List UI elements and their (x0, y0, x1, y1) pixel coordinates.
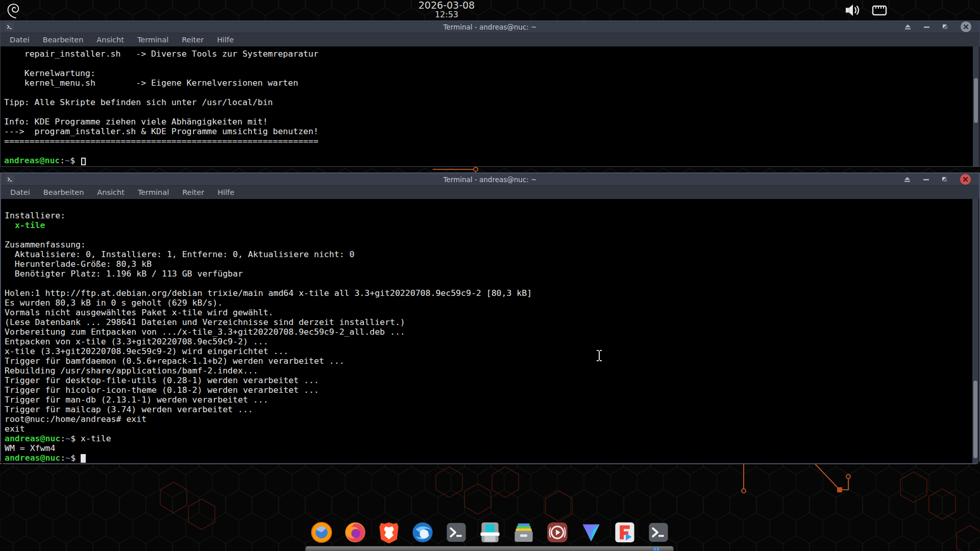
terminal-line: Trigger für desktop-file-utils (0.28-1) … (5, 375, 979, 385)
window-buttons (904, 173, 971, 185)
terminal-window-top: Terminal - andreas@nuc: ~ DateiBearbeite… (0, 20, 980, 167)
top-panel: 2026-03-08 12:53 (0, 0, 980, 20)
terminal-line: Entpacken von x-tile (3.3+git20220708.9e… (5, 337, 979, 346)
menubar: DateiBearbeitenAnsichtTerminalReiterHilf… (1, 185, 979, 199)
terminal-dock-icon[interactable] (647, 520, 671, 544)
terminal-line: Zusammenfassung: (5, 240, 979, 249)
terminal-line: WM = Xfwm4 (5, 443, 979, 453)
menu-item-bearbeiten[interactable]: Bearbeiten (36, 36, 90, 44)
terminal-line: (Lese Datenbank ... 298641 Dateien und V… (5, 317, 979, 327)
terminal-line: Kernelwartung: (4, 68, 979, 78)
window-title: Terminal - andreas@nuc: ~ (444, 176, 537, 184)
ibeam-cursor (595, 349, 603, 362)
terminal-line: x-tile (5, 220, 979, 230)
titlebar[interactable]: Terminal - andreas@nuc: ~ (1, 21, 979, 33)
shade-button[interactable] (904, 177, 911, 182)
terminal-line (4, 88, 979, 97)
window-title: Terminal - andreas@nuc: ~ (444, 23, 537, 31)
network-port-icon[interactable] (872, 4, 887, 16)
brave-dock-icon[interactable] (377, 520, 401, 544)
terminal-line: Tipp: Alle Skripte befinden sich unter /… (4, 97, 979, 107)
terminal-line: Holen:1 http://ftp.at.debian.org/debian … (5, 288, 979, 298)
clock-time: 12:53 (408, 11, 485, 19)
menu-item-ansicht[interactable]: Ansicht (90, 36, 131, 44)
panel-strip-indicator (654, 547, 660, 550)
terminal-line: ========================================… (4, 136, 979, 146)
menubar: DateiBearbeitenAnsichtTerminalReiterHilf… (1, 33, 979, 46)
terminal-line: Vormals nicht ausgewähltes Paket x-tile … (5, 308, 979, 317)
terminal-cursor (81, 158, 86, 165)
menu-item-reiter[interactable]: Reiter (175, 36, 210, 44)
panel-clock[interactable]: 2026-03-08 12:53 (408, 1, 485, 19)
terminal-line: Trigger für hicolor-icon-theme (0.18-2) … (5, 385, 979, 395)
menu-item-terminal[interactable]: Terminal (131, 36, 175, 44)
menu-item-datei[interactable]: Datei (4, 188, 37, 196)
scrollbar-thumb[interactable] (974, 78, 978, 123)
terminal-cursor (81, 454, 86, 463)
terminal-line: Trigger für bamfdaemon (0.5.6+repack-1.1… (5, 356, 979, 366)
terminal-line: Installiere: (5, 211, 979, 220)
terminal-line (5, 279, 979, 288)
terminal-output[interactable]: repair_installer.sh -> Diverse Tools zur… (1, 46, 979, 166)
terminal-line: andreas@nuc:~$ x-tile (5, 434, 979, 443)
v-triangle-dock-icon[interactable] (579, 520, 603, 544)
menu-item-reiter[interactable]: Reiter (176, 188, 211, 196)
media-player-dock-icon[interactable] (546, 520, 570, 544)
window-buttons (904, 21, 971, 33)
terminal-line: exit (5, 424, 979, 434)
minimize-button[interactable] (924, 24, 929, 30)
scrollbar-track[interactable] (973, 46, 979, 166)
titlebar[interactable]: Terminal - andreas@nuc: ~ (1, 173, 979, 185)
terminal-output[interactable]: Installiere: x-tileZusammenfassung: Aktu… (1, 199, 979, 463)
terminal-line: Info: KDE Programme ziehen viele Abhängi… (4, 117, 979, 127)
terminal-line: Benötigter Platz: 1.196 kB / 113 GB verf… (5, 269, 979, 279)
thunderbird-dock-icon[interactable] (411, 520, 435, 544)
terminal-line (4, 107, 979, 117)
scrollbar-thumb[interactable] (973, 381, 977, 458)
menu-item-ansicht[interactable]: Ansicht (90, 188, 131, 196)
terminal-line: Aktualisiere: 0, Installiere: 1, Entfern… (5, 249, 979, 259)
menu-item-bearbeiten[interactable]: Bearbeiten (37, 188, 91, 196)
terminal-line (4, 146, 979, 156)
minimize-button[interactable] (923, 177, 929, 182)
volume-icon[interactable] (845, 4, 861, 17)
terminal-line (4, 59, 979, 68)
terminal-line: andreas@nuc:~$ (4, 156, 979, 165)
document-scanner-dock-icon[interactable] (478, 520, 502, 544)
terminal-line (5, 230, 979, 240)
freetube-dock-icon[interactable] (613, 520, 637, 544)
terminal-app-icon (5, 22, 14, 31)
terminal-app-icon (6, 175, 14, 184)
debian-swirl-icon[interactable] (5, 1, 20, 19)
file-drawer-dock-icon[interactable] (512, 520, 536, 544)
close-button[interactable] (960, 174, 971, 185)
menu-item-terminal[interactable]: Terminal (131, 188, 176, 196)
terminal-line: andreas@nuc:~$ (5, 453, 979, 463)
close-button[interactable] (961, 21, 971, 32)
terminal-line: ---> program_installer.sh & KDE Programm… (4, 127, 979, 136)
shade-button[interactable] (904, 24, 911, 30)
menu-item-datei[interactable]: Datei (3, 36, 36, 44)
terminal-line: Trigger für man-db (2.13.1-1) werden ver… (5, 395, 979, 405)
menu-item-hilfe[interactable]: Hilfe (210, 36, 240, 44)
terminal-line: Vorbereitung zum Entpacken von .../x-til… (5, 327, 979, 337)
hidden-panel-strip[interactable] (305, 546, 674, 551)
terminal-line: root@nuc:/home/andreas# exit (5, 414, 979, 424)
dock (310, 520, 671, 544)
terminal-line: repair_installer.sh -> Diverse Tools zur… (4, 49, 979, 59)
menu-item-hilfe[interactable]: Hilfe (211, 188, 241, 196)
terminal-line: x-tile (3.3+git20220708.9ec59c9-2) wird … (5, 346, 979, 356)
system-tray (845, 4, 887, 17)
terminal-line: Trigger für mailcap (3.74) werden verarb… (5, 405, 979, 414)
chromium-dock-icon[interactable] (310, 520, 334, 544)
terminal-line: Es wurden 80,3 kB in 0 s geholt (629 kB/… (5, 298, 979, 308)
firefox-dock-icon[interactable] (344, 520, 368, 544)
scrollbar-track[interactable] (972, 199, 978, 463)
clock-date: 2026-03-08 (408, 1, 485, 11)
maximize-button[interactable] (942, 24, 948, 30)
terminal-line: kernel_menu.sh -> Eigene Kernelversionen… (4, 78, 979, 88)
terminal-window-bottom: Terminal - andreas@nuc: ~ DateiBearbeite… (0, 172, 980, 464)
terminal-dock-icon[interactable] (445, 520, 469, 544)
maximize-button[interactable] (942, 177, 947, 182)
desktop: 2026-03-08 12:53 Terminal - andreas@nuc:… (0, 0, 980, 551)
